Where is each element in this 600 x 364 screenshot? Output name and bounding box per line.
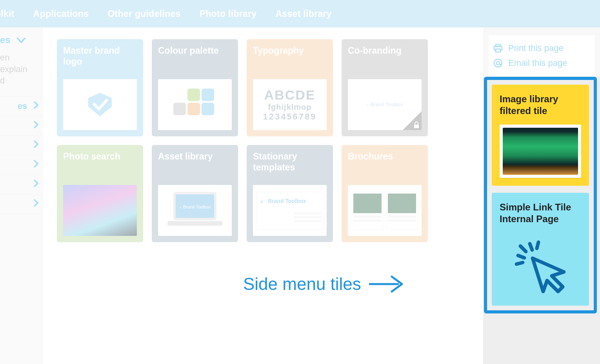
left-sidebar: es en explain d es [0, 27, 43, 364]
svg-rect-25 [496, 49, 500, 52]
tile-thumbnail [348, 185, 422, 236]
tile-title: Asset library [158, 151, 232, 162]
chevron-down-icon [17, 34, 25, 45]
typography-sample: ABCDE fghijklmop 123456789 [263, 87, 316, 121]
tile-thumbnail: ⬨ Brand Toolbox [348, 79, 422, 130]
chevron-right-icon [27, 101, 38, 110]
side-menu-tiles-panel: Image library filtered tile Simple Link … [484, 77, 597, 313]
callout-annotation: Side menu tiles [243, 274, 404, 294]
tile-co-branding[interactable]: Co-branding ⬨ Brand Toolbox [342, 39, 428, 136]
nav-item-other-guidelines[interactable]: Other guidelines [107, 9, 180, 19]
nav-item-applications[interactable]: Applications [33, 9, 89, 19]
co-brand-logo-text: ⬨ Brand Toolbox [348, 102, 422, 107]
tile-title: Typography [253, 45, 327, 56]
email-label: Email this page [508, 58, 567, 68]
sidebar-section-toggle[interactable]: es [0, 27, 43, 52]
utility-box: Print this page Email this page [489, 35, 595, 76]
tile-stationary-templates[interactable]: Stationary templates ⬨ Brand Toolbox [247, 145, 333, 242]
email-page-link[interactable]: Email this page [493, 56, 590, 71]
tile-brochures[interactable]: Brochures [342, 145, 428, 242]
tile-thumbnail [158, 79, 232, 130]
tile-asset-library[interactable]: Asset library ⬨ Brand Toolbox [152, 145, 238, 242]
svg-text:⬨: ⬨ [260, 197, 264, 204]
chevron-right-icon [34, 160, 38, 169]
print-label: Print this page [508, 43, 564, 53]
at-sign-icon [493, 58, 503, 68]
sidebar-link-row[interactable] [0, 174, 43, 194]
svg-rect-9 [167, 221, 222, 226]
cursor-click-icon [511, 237, 570, 295]
svg-line-28 [530, 244, 532, 250]
chevron-right-icon [34, 199, 38, 208]
sidebar-link-row[interactable] [0, 155, 43, 174]
sidebar-section-label: es [0, 34, 11, 45]
svg-rect-12 [294, 212, 321, 214]
sidebar-link-row[interactable] [0, 135, 43, 155]
tile-title: Master brand logo [63, 45, 137, 67]
print-page-link[interactable]: Print this page [493, 41, 590, 56]
svg-point-26 [494, 59, 502, 67]
sidebar-link-row[interactable] [0, 194, 43, 214]
svg-line-30 [520, 246, 526, 252]
svg-line-32 [516, 263, 523, 264]
tile-thumbnail: ⬨ Brand Toolbox [253, 185, 327, 236]
lock-icon [403, 111, 422, 130]
svg-rect-1 [187, 89, 200, 101]
palette-squares-icon [173, 87, 216, 122]
side-tile-title: Simple Link Tile Internal Page [500, 201, 581, 225]
tile-title: Photo search [63, 151, 137, 162]
svg-marker-0 [88, 93, 112, 116]
side-tile-image-library[interactable]: Image library filtered tile [492, 85, 589, 186]
aurora-image [63, 185, 137, 236]
svg-line-29 [518, 255, 524, 258]
arrow-right-icon [368, 274, 404, 294]
tile-colour-palette[interactable]: Colour palette [152, 39, 238, 136]
chevron-right-icon [34, 121, 38, 130]
tile-thumbnail: ABCDE fghijklmop 123456789 [253, 79, 327, 130]
laptop-icon: ⬨ Brand Toolbox [165, 189, 224, 232]
sidebar-link-label: es [18, 101, 27, 111]
svg-rect-22 [388, 219, 416, 222]
svg-rect-24 [496, 44, 500, 47]
tile-title: Brochures [348, 151, 422, 162]
tile-thumbnail [63, 185, 137, 236]
svg-rect-14 [294, 220, 321, 222]
svg-rect-13 [294, 216, 321, 218]
tile-typography[interactable]: Typography ABCDE fghijklmop 123456789 [247, 39, 333, 136]
nav-item-asset-library[interactable]: Asset library [275, 9, 331, 19]
top-nav: olkit Applications Other guidelines Phot… [0, 0, 600, 27]
tile-title: Co-branding [348, 45, 422, 56]
sidebar-link-row[interactable] [0, 116, 43, 135]
svg-rect-6 [414, 125, 419, 128]
chevron-right-icon [34, 141, 38, 150]
sidebar-link-row[interactable]: es [0, 96, 43, 116]
svg-line-31 [537, 242, 538, 248]
svg-rect-21 [388, 216, 416, 218]
side-tile-title: Image library filtered tile [500, 93, 581, 117]
svg-rect-2 [202, 89, 214, 101]
svg-rect-19 [353, 216, 382, 218]
tile-master-brand-logo[interactable]: Master brand logo [57, 39, 143, 136]
callout-text: Side menu tiles [243, 274, 361, 294]
svg-rect-4 [187, 103, 200, 115]
svg-rect-20 [353, 219, 382, 222]
aurora-image [503, 128, 578, 175]
nav-item-photo-library[interactable]: Photo library [200, 9, 257, 19]
laptop-screen-text: ⬨ Brand Toolbox [179, 205, 211, 209]
tile-thumbnail [63, 79, 137, 130]
print-icon [493, 44, 503, 53]
chevron-right-icon [34, 180, 38, 189]
tile-title: Colour palette [158, 45, 232, 56]
tile-grid: Master brand logo Colour palette Typogra… [57, 39, 433, 242]
tile-title: Stationary templates [253, 151, 327, 173]
brochure-icon [349, 189, 420, 232]
svg-rect-17 [353, 194, 382, 213]
card-brand-text: Brand Toolbox [268, 198, 306, 204]
tile-photo-search[interactable]: Photo search [57, 145, 143, 242]
svg-rect-5 [202, 103, 214, 115]
sidebar-description: en explain d [0, 52, 43, 96]
side-tile-simple-link[interactable]: Simple Link Tile Internal Page [492, 193, 589, 306]
svg-rect-18 [388, 194, 416, 213]
nav-item-toolkit[interactable]: olkit [0, 9, 15, 19]
shield-check-icon [86, 91, 114, 118]
